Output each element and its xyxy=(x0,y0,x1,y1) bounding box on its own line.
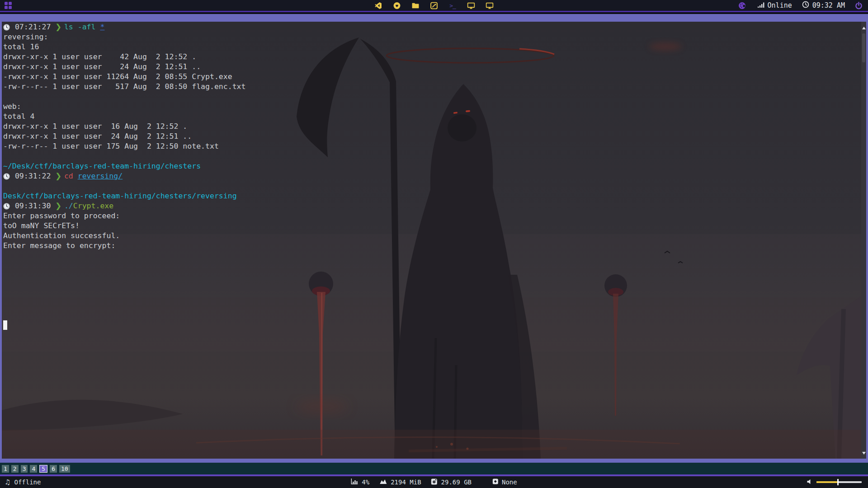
clock-widget[interactable]: 09:32 AM xyxy=(802,1,845,10)
terminal-line: drwxr-xr-x 1 user user 16 Aug 2 12:52 . xyxy=(3,122,245,131)
clock-emoji-icon xyxy=(3,172,10,180)
file-manager-icon[interactable] xyxy=(412,2,420,9)
clock-emoji-icon xyxy=(3,23,10,31)
terminal-output: 07:21:27 ❯ ls -afl *reversing:total 16dr… xyxy=(3,22,245,251)
workspace-tab-2[interactable]: 2 xyxy=(11,465,19,473)
terminal-window[interactable]: 07:21:27 ❯ ls -afl *reversing:total 16dr… xyxy=(0,14,868,463)
terminal-line: Enter password to proceed: xyxy=(3,211,245,221)
terminal-line: web: xyxy=(3,102,245,112)
clock-time: 09:32 AM xyxy=(812,1,845,9)
workspace-tab-3[interactable]: 3 xyxy=(21,465,28,473)
network-status-label: Online xyxy=(768,1,792,9)
workspace-tab-10[interactable]: 10 xyxy=(59,465,70,473)
vscode-icon[interactable] xyxy=(375,2,382,9)
terminal-line: drwxr-xr-x 1 user user 24 Aug 2 12:51 .. xyxy=(3,62,245,72)
music-status-label: Offline xyxy=(14,479,41,486)
terminal-line: -rw-r--r-- 1 user user 175 Aug 2 12:50 n… xyxy=(3,141,245,151)
scrollbar-thumb[interactable] xyxy=(862,33,865,62)
scroll-down-arrow-icon[interactable] xyxy=(861,450,866,457)
system-metrics: 4% 2194 MiB 29.69 GB None xyxy=(351,476,517,488)
status-bar: ♫ Offline 4% 2194 MiB 29.69 GB None xyxy=(0,476,868,488)
volume-widget xyxy=(807,476,862,488)
terminal-icon[interactable]: >_ xyxy=(449,2,457,9)
terminal-line xyxy=(3,181,245,191)
terminal-line: 07:21:27 ❯ ls -afl * xyxy=(3,22,245,32)
workspace-tab-6[interactable]: 6 xyxy=(50,465,57,473)
terminal-line: total 16 xyxy=(3,42,245,52)
volume-fill xyxy=(816,481,838,483)
workspace-tab-1[interactable]: 1 xyxy=(2,465,9,473)
disk-widget: 29.69 GB xyxy=(431,479,472,486)
memory-widget: 2194 MiB xyxy=(379,479,421,486)
terminal-line: 09:31:22 ❯ cd reversing/ xyxy=(3,171,245,181)
terminal-line: 09:31:30 ❯ ./Crypt.exe xyxy=(3,201,245,211)
cpu-value: 4% xyxy=(362,479,369,486)
terminal-line: -rwxr-xr-x 1 user user 11264 Aug 2 08:55… xyxy=(3,72,245,82)
terminal-line: total 4 xyxy=(3,112,245,122)
music-note-icon: ♫ xyxy=(5,478,10,486)
clock-emoji-icon xyxy=(3,202,10,210)
terminal-line xyxy=(3,92,245,102)
network-widget[interactable]: Online xyxy=(758,1,792,9)
power-icon[interactable] xyxy=(855,2,863,9)
topbar-app-icons: >_ xyxy=(375,0,494,11)
cpu-widget: 4% xyxy=(351,479,369,486)
terminal-line: Enter message to encrypt: xyxy=(3,241,245,251)
speaker-icon xyxy=(807,479,813,486)
volume-thumb[interactable] xyxy=(837,479,839,485)
terminal-line: Authentication successful. xyxy=(3,231,245,241)
display-icon-1[interactable] xyxy=(467,2,475,9)
text-editor-icon[interactable] xyxy=(430,2,438,9)
disk-icon xyxy=(431,479,438,486)
terminal-line xyxy=(3,151,245,161)
workspace-tab-5[interactable]: 5 xyxy=(39,465,47,473)
workspace-tab-4[interactable]: 4 xyxy=(30,465,37,473)
music-widget[interactable]: ♫ Offline xyxy=(5,478,41,486)
terminal-line: toO maNY SECrETs! xyxy=(3,221,245,231)
terminal-line: reversing: xyxy=(3,32,245,42)
signal-bars-icon xyxy=(758,1,764,9)
notification-widget[interactable]: None xyxy=(492,479,517,486)
terminal-line: Desk/ctf/barclays-red-team-hiring/cheste… xyxy=(3,191,245,201)
scroll-up-arrow-icon[interactable] xyxy=(861,24,866,32)
terminal-line: drwxr-xr-x 1 user user 24 Aug 2 12:51 .. xyxy=(3,131,245,141)
disk-value: 29.69 GB xyxy=(441,479,472,486)
notification-value: None xyxy=(502,479,517,486)
terminal-cursor xyxy=(3,320,7,330)
bar-chart-icon xyxy=(351,479,358,486)
volume-slider[interactable] xyxy=(816,481,862,483)
workspace-bar: 12345610 xyxy=(0,463,868,476)
notification-icon xyxy=(492,479,498,486)
web-browser-icon[interactable] xyxy=(393,2,401,9)
terminal-line: drwxr-xr-x 1 user user 42 Aug 2 12:52 . xyxy=(3,52,245,62)
terminal-scrollbar[interactable] xyxy=(861,22,866,459)
clock-icon xyxy=(802,1,809,10)
memory-value: 2194 MiB xyxy=(391,479,421,486)
terminal-line: -rw-r--r-- 1 user user 517 Aug 2 08:50 f… xyxy=(3,82,245,92)
area-chart-icon xyxy=(379,479,387,486)
terminal-line: ~/Desk/ctf/barclays-red-team-hiring/ches… xyxy=(3,161,245,171)
palette-icon[interactable] xyxy=(738,2,746,9)
top-bar: >_ Online 09:32 AM xyxy=(0,0,868,12)
app-grid-icon[interactable] xyxy=(5,2,12,9)
display-icon-2[interactable] xyxy=(486,2,494,9)
topbar-status: Online 09:32 AM xyxy=(738,0,868,11)
